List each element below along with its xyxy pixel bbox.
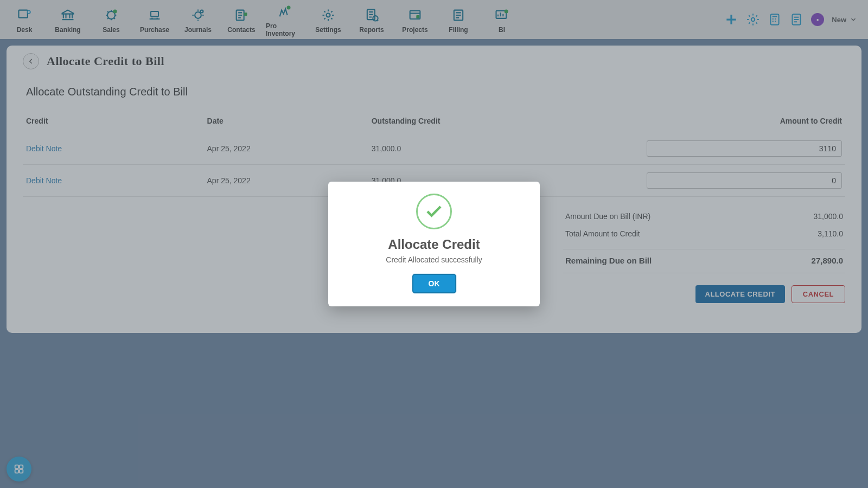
- modal-ok-button[interactable]: OK: [412, 274, 456, 293]
- success-modal: Allocate Credit Credit Allocated success…: [328, 182, 540, 306]
- modal-message: Credit Allocated successfully: [339, 255, 529, 264]
- success-check-icon: [416, 194, 452, 229]
- modal-title: Allocate Credit: [339, 237, 529, 252]
- modal-overlay: Allocate Credit Credit Allocated success…: [0, 0, 868, 488]
